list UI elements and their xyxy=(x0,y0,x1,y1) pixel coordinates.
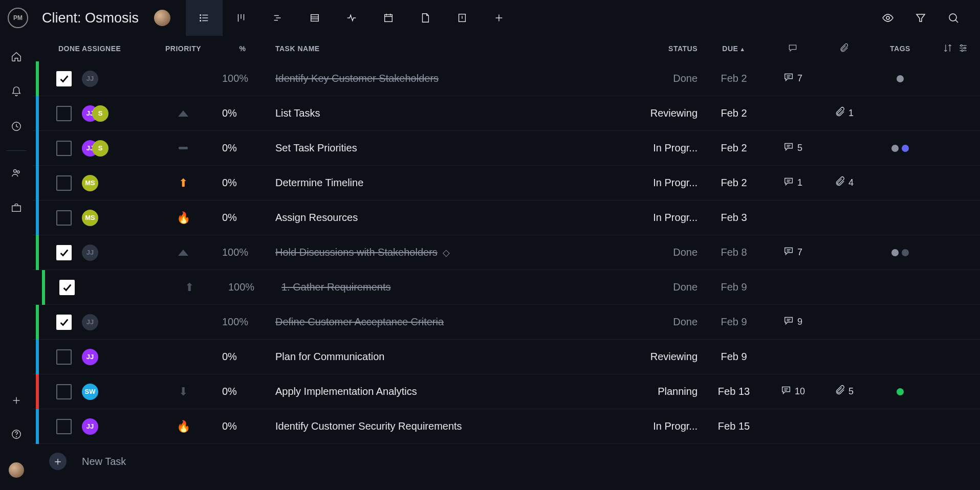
percent-complete[interactable]: 100% xyxy=(220,247,265,258)
column-attachments[interactable] xyxy=(818,43,869,55)
done-checkbox[interactable] xyxy=(56,175,72,191)
task-name-cell[interactable]: Set Task Priorities xyxy=(265,142,634,154)
tag-dot[interactable] xyxy=(897,388,904,395)
status-cell[interactable]: In Progr... xyxy=(634,420,701,432)
assignee-avatar[interactable]: S xyxy=(92,140,108,157)
priority-cell[interactable]: ⬆ xyxy=(178,177,189,189)
project-owner-avatar[interactable] xyxy=(154,10,170,26)
tags-cell[interactable] xyxy=(869,75,931,82)
task-row[interactable]: JJ 0% Plan for Communication Reviewing F… xyxy=(33,340,980,374)
due-date-cell[interactable]: Feb 13 xyxy=(701,386,767,397)
done-checkbox[interactable] xyxy=(56,141,72,156)
priority-cell[interactable]: ⬆ xyxy=(184,282,195,293)
priority-cell[interactable] xyxy=(178,73,189,84)
tag-dot[interactable] xyxy=(891,145,899,152)
task-name-cell[interactable]: 1. Gather Requirements xyxy=(271,281,634,293)
current-user-avatar[interactable] xyxy=(9,462,24,478)
task-name-cell[interactable]: Hold Discussions with Stakeholders◇ xyxy=(265,247,634,258)
done-checkbox[interactable] xyxy=(56,384,72,399)
assignee-avatar[interactable]: JJ xyxy=(82,244,98,261)
view-tab-list[interactable] xyxy=(186,0,223,36)
assignee-stack[interactable]: JJ xyxy=(82,418,98,435)
column-due[interactable]: DUE▲ xyxy=(701,44,767,53)
percent-complete[interactable]: 0% xyxy=(220,212,265,224)
task-row[interactable]: JJS 0% Set Task Priorities In Progr... F… xyxy=(33,131,980,166)
attachments-cell[interactable]: 1 xyxy=(818,106,869,120)
nav-work[interactable] xyxy=(11,202,22,215)
column-tags[interactable]: TAGS xyxy=(869,44,931,53)
view-tab-gantt[interactable] xyxy=(259,0,296,36)
watch-button[interactable] xyxy=(882,12,894,24)
percent-complete[interactable]: 100% xyxy=(226,281,271,293)
view-tab-board[interactable] xyxy=(223,0,259,36)
task-name-cell[interactable]: Identify Key Customer Stakeholders xyxy=(265,73,634,84)
done-checkbox[interactable] xyxy=(56,349,72,365)
comments-cell[interactable]: 9 xyxy=(767,315,818,329)
column-comments[interactable] xyxy=(767,43,818,55)
tags-cell[interactable] xyxy=(869,249,931,256)
project-title[interactable]: Client: Osmosis xyxy=(42,10,139,26)
status-cell[interactable]: Reviewing xyxy=(634,351,701,363)
comments-cell[interactable]: 7 xyxy=(767,72,818,85)
due-date-cell[interactable]: Feb 2 xyxy=(701,142,767,154)
status-cell[interactable]: In Progr... xyxy=(634,177,701,189)
priority-cell[interactable]: 🔥 xyxy=(178,212,189,224)
column-priority[interactable]: PRIORITY xyxy=(146,44,220,53)
priority-cell[interactable] xyxy=(178,143,189,154)
status-cell[interactable]: Reviewing xyxy=(634,107,701,119)
task-row[interactable]: SW ⬇ 0% Apply Implementation Analytics P… xyxy=(33,374,980,409)
nav-team[interactable] xyxy=(11,167,22,181)
settings-button[interactable] xyxy=(958,43,968,55)
task-row[interactable]: MS 🔥 0% Assign Resources In Progr... Feb… xyxy=(33,201,980,235)
tag-dot[interactable] xyxy=(902,249,909,256)
due-date-cell[interactable]: Feb 2 xyxy=(701,177,767,189)
priority-cell[interactable] xyxy=(178,108,189,119)
status-cell[interactable]: Done xyxy=(634,316,701,328)
done-checkbox[interactable] xyxy=(56,106,72,121)
percent-complete[interactable]: 0% xyxy=(220,142,265,154)
priority-cell[interactable]: 🔥 xyxy=(178,421,189,432)
view-tab-calendar[interactable] xyxy=(370,0,407,36)
nav-help[interactable] xyxy=(11,429,22,442)
priority-cell[interactable] xyxy=(178,247,189,258)
nav-recent[interactable] xyxy=(11,121,22,134)
assignee-stack[interactable]: MS xyxy=(82,210,98,226)
assignee-stack[interactable]: JJ xyxy=(82,314,98,330)
percent-complete[interactable]: 0% xyxy=(220,107,265,119)
task-row[interactable]: JJS 0% List Tasks Reviewing Feb 2 1 xyxy=(33,96,980,131)
task-name-cell[interactable]: Plan for Communication xyxy=(265,351,634,363)
task-row[interactable]: ⬆ 100% 1. Gather Requirements Done Feb 9 xyxy=(33,270,980,305)
assignee-stack[interactable]: JJ xyxy=(82,244,98,261)
percent-complete[interactable]: 0% xyxy=(220,351,265,363)
assignee-avatar[interactable]: JJ xyxy=(82,314,98,330)
sort-button[interactable] xyxy=(943,43,953,55)
assignee-avatar[interactable]: JJ xyxy=(82,349,98,365)
assignee-stack[interactable]: JJS xyxy=(82,140,108,157)
assignee-stack[interactable]: JJ xyxy=(82,349,98,365)
status-cell[interactable]: Done xyxy=(634,73,701,84)
view-tab-note[interactable] xyxy=(444,0,481,36)
percent-complete[interactable]: 100% xyxy=(220,73,265,84)
task-name-cell[interactable]: List Tasks xyxy=(265,107,634,119)
assignee-avatar[interactable]: MS xyxy=(82,175,98,191)
due-date-cell[interactable]: Feb 9 xyxy=(701,351,767,363)
done-checkbox[interactable] xyxy=(56,210,72,226)
done-checkbox[interactable] xyxy=(56,419,72,434)
status-cell[interactable]: In Progr... xyxy=(634,212,701,224)
nav-add[interactable] xyxy=(11,395,22,408)
view-tab-add[interactable] xyxy=(481,0,517,36)
status-cell[interactable]: Done xyxy=(634,281,701,293)
assignee-avatar[interactable]: S xyxy=(92,105,108,122)
column-status[interactable]: STATUS xyxy=(634,44,701,53)
task-row[interactable]: JJ 🔥 0% Identify Customer Security Requi… xyxy=(33,409,980,444)
task-name-cell[interactable]: Identify Customer Security Requirements xyxy=(265,420,634,432)
assignee-stack[interactable]: SW xyxy=(82,384,98,400)
done-checkbox[interactable] xyxy=(59,280,75,295)
column-task-name[interactable]: TASK NAME xyxy=(265,44,634,53)
assignee-avatar[interactable]: JJ xyxy=(82,71,98,87)
column-done[interactable]: DONE xyxy=(39,44,80,53)
due-date-cell[interactable]: Feb 2 xyxy=(701,107,767,119)
due-date-cell[interactable]: Feb 2 xyxy=(701,73,767,84)
due-date-cell[interactable]: Feb 9 xyxy=(701,316,767,328)
tag-dot[interactable] xyxy=(891,249,899,256)
